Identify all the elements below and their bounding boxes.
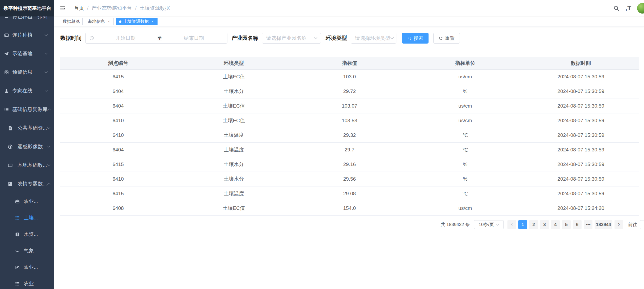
chevron-down-icon [496, 224, 499, 226]
close-icon[interactable]: × [151, 20, 155, 24]
avatar[interactable] [637, 3, 644, 14]
breadcrumb: 首页 / 产业态势感知平台 / 土壤资源数据 [74, 5, 170, 12]
sidebar-item-water-res[interactable]: 水资... [0, 226, 54, 243]
water-badge-icon [15, 232, 20, 237]
chevron-down-icon [47, 127, 50, 129]
sidebar-item-lianpian-planting[interactable]: 连片种植 [0, 26, 54, 44]
notebook-icon [7, 181, 13, 186]
search-icon[interactable] [613, 5, 620, 11]
pagination-total: 共 1839432 条 [441, 222, 470, 228]
page-button-2[interactable]: 2 [529, 220, 538, 229]
chevron-down-icon [314, 37, 317, 39]
sidebar-item-public-basic-res[interactable]: 公共基础资... [0, 119, 54, 137]
table-row: 6410土壤温度29.32℃2024-08-07 15:30:59 [60, 128, 639, 143]
user-icon [4, 88, 9, 94]
sidebar-item-agri-1[interactable]: 农业... [0, 193, 54, 210]
soil-data-table: 测点编号 环境类型 指标值 指标单位 数据时间 6415土壤EC值103.0us… [60, 57, 639, 216]
sidebar-item-agri-2[interactable]: 农业... [0, 259, 54, 275]
chevron-down-icon [44, 53, 48, 55]
chevron-down-icon [44, 34, 48, 36]
close-icon[interactable]: × [107, 20, 111, 24]
sidebar-item-weather[interactable]: 气象... [0, 243, 54, 259]
sidebar-item-base-basic-data[interactable]: 基地基础数... [0, 156, 54, 175]
app-root: 数字种植示范基地平台 特色种植一张图 连片种植 示范基地 [0, 0, 644, 289]
next-page-button[interactable]: › [615, 220, 623, 229]
table-row: 6404土壤EC值103.07us/cm2024-08-07 15:30:59 [60, 99, 639, 113]
content: 数据时间 至 产业园名称 请选择产业园名称 环境类型 请选择环境类型 [54, 27, 644, 289]
page-size-select[interactable]: 10条/页 [474, 220, 504, 229]
list-icon [15, 281, 20, 286]
alarm-icon [4, 70, 9, 75]
prev-page-button[interactable]: ‹ [507, 220, 516, 229]
more-pages-button[interactable]: ••• [584, 220, 592, 229]
sidebar-item-warning-info[interactable]: 预警信息 [0, 63, 54, 82]
monitor-icon [4, 32, 9, 38]
active-dot [119, 20, 121, 23]
table-row: 6410土壤水分29.56%2024-08-07 15:30:59 [60, 172, 639, 186]
date-filter-label: 数据时间 [60, 35, 82, 42]
chevron-down-icon [44, 90, 48, 92]
chevron-down-icon [390, 37, 394, 39]
goto-page: 前往 [628, 220, 639, 229]
document-icon [7, 125, 13, 131]
chevron-up-icon [48, 108, 51, 110]
reset-button[interactable]: 重置 [433, 33, 460, 44]
navbar: 首页 / 产业态势感知平台 / 土壤资源数据 тT [54, 0, 644, 16]
sidebar-item-basic-info-repo[interactable]: 基础信息资源库 [0, 100, 54, 119]
list-menu-icon [4, 107, 9, 112]
date-range-picker[interactable]: 至 [85, 33, 227, 44]
chevron-down-icon [44, 71, 48, 73]
pagination: 共 1839432 条 10条/页 ‹ 1 2 3 4 5 6 ••• 1839… [60, 220, 639, 229]
table-header: 测点编号 环境类型 指标值 指标单位 数据时间 [60, 57, 639, 70]
sidebar-item-soil-active[interactable]: 土壤... [0, 210, 54, 226]
briefcase-icon [15, 199, 20, 204]
tab-data-overview[interactable]: 数据总览 [60, 18, 83, 25]
page-button-6[interactable]: 6 [573, 220, 582, 229]
page-button-5[interactable]: 5 [562, 220, 571, 229]
globe-icon [7, 144, 13, 149]
soil-list-icon [15, 215, 20, 220]
page-button-last[interactable]: 183944 [595, 220, 612, 229]
clock-icon [89, 36, 94, 41]
sidebar-collapse-icon[interactable] [60, 5, 66, 12]
monitor-icon [7, 163, 13, 168]
breadcrumb-home[interactable]: 首页 [74, 5, 84, 12]
page-button-3[interactable]: 3 [540, 220, 549, 229]
weather-icon [15, 248, 20, 253]
navbar-right: тT [613, 3, 639, 14]
env-type-select[interactable]: 请选择环境类型 [351, 33, 396, 44]
table-row: 6404土壤温度29.7℃2024-08-07 15:30:59 [60, 143, 639, 157]
page-button-4[interactable]: 4 [551, 220, 560, 229]
app-title: 数字种植示范基地平台 [0, 0, 54, 16]
park-select[interactable]: 请选择产业园名称 [262, 33, 321, 44]
chevron-down-icon [47, 146, 50, 148]
park-filter-label: 产业园名称 [232, 35, 258, 42]
table-row: 6415土壤水分29.16%2024-08-07 15:30:59 [60, 157, 639, 172]
sidebar-item-agri-3[interactable]: 农业... [0, 275, 54, 289]
goto-page-input[interactable] [640, 220, 644, 229]
paper-plane-icon [4, 51, 9, 56]
sidebar-item-demo-base[interactable]: 示范基地 [0, 44, 54, 63]
search-button[interactable]: 搜索 [402, 33, 429, 44]
sidebar-item-expert-online[interactable]: 专家在线 [0, 82, 54, 100]
sidebar-item-agri-topic-data[interactable]: 农情专题数... [0, 175, 54, 193]
breadcrumb-platform[interactable]: 产业态势感知平台 [92, 5, 132, 12]
tab-soil-resource-data[interactable]: 土壤资源数据 × [116, 18, 158, 25]
tab-base-info[interactable]: 基地信息 × [85, 18, 114, 25]
sidebar-item-remote-sensing[interactable]: 遥感影像数... [0, 137, 54, 156]
sidebar: 数字种植示范基地平台 特色种植一张图 连片种植 示范基地 [0, 0, 54, 289]
start-date-input[interactable] [95, 35, 156, 41]
table-row: 6415土壤温度29.08℃2024-08-07 15:30:59 [60, 186, 639, 201]
pager: ‹ 1 2 3 4 5 6 ••• 183944 › [507, 220, 623, 229]
end-date-input[interactable] [164, 35, 224, 41]
sidebar-menu: 特色种植一张图 连片种植 示范基地 预警信息 [0, 7, 54, 289]
font-size-icon[interactable]: тT [625, 5, 631, 11]
range-separator: 至 [156, 35, 164, 42]
main-area: 首页 / 产业态势感知平台 / 土壤资源数据 тT 数据总览 [54, 0, 644, 289]
table-row: 6408土壤EC值154.0us/cm2024-08-07 15:24:20 [60, 201, 639, 216]
filter-row: 数据时间 至 产业园名称 请选择产业园名称 环境类型 请选择环境类型 [60, 33, 639, 44]
chevron-up-icon [47, 183, 50, 185]
page-button-1[interactable]: 1 [518, 220, 527, 229]
table-row: 6410土壤EC值103.53us/cm2024-08-07 15:30:59 [60, 113, 639, 128]
tags-bar: 数据总览 基地信息 × 土壤资源数据 × [54, 16, 644, 27]
